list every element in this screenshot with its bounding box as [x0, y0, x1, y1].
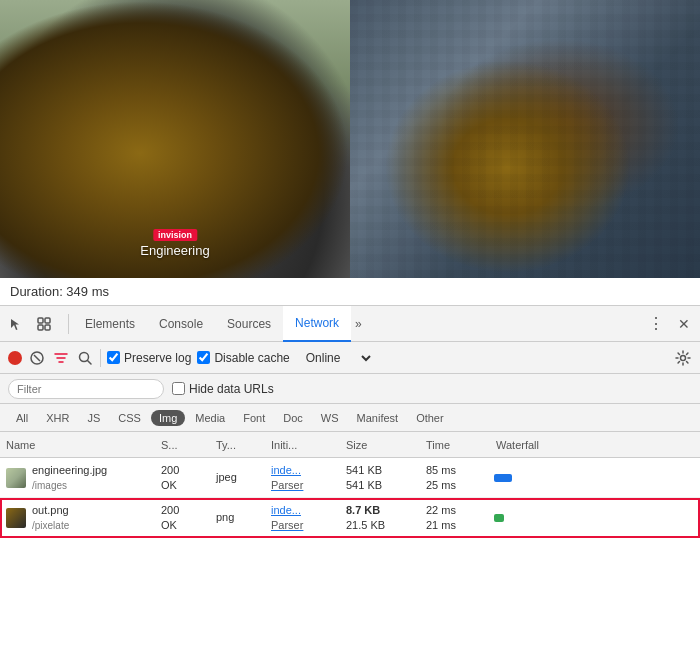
td-size-0: 541 KB 541 KB [340, 463, 420, 494]
type-btn-xhr[interactable]: XHR [38, 410, 77, 426]
tab-network[interactable]: Network [283, 306, 351, 342]
type-btn-img[interactable]: Img [151, 410, 185, 426]
svg-line-7 [88, 360, 92, 364]
search-icon[interactable] [76, 349, 94, 367]
type-btn-doc[interactable]: Doc [275, 410, 311, 426]
filter-icon[interactable] [52, 349, 70, 367]
svg-point-8 [681, 355, 686, 360]
type-btn-css[interactable]: CSS [110, 410, 149, 426]
disable-cache-checkbox[interactable]: Disable cache [197, 351, 289, 365]
th-time[interactable]: Time [420, 439, 490, 451]
duration-bar: Duration: 349 ms [0, 278, 700, 305]
td-type-0: jpeg [210, 470, 265, 485]
image-right [350, 0, 700, 278]
th-name[interactable]: Name [0, 439, 155, 451]
toolbar-separator [100, 349, 101, 367]
type-btn-all[interactable]: All [8, 410, 36, 426]
td-type-1: png [210, 510, 265, 525]
type-btn-media[interactable]: Media [187, 410, 233, 426]
file-icon-1 [6, 508, 26, 528]
svg-rect-1 [45, 318, 50, 323]
network-throttle-select[interactable]: Online Fast 3G Slow 3G Offline [296, 348, 374, 368]
th-waterfall[interactable]: Waterfall [490, 439, 700, 451]
td-time-0: 85 ms 25 ms [420, 463, 490, 494]
td-status-0: 200 OK [155, 463, 210, 494]
file-name-1: out.png [32, 503, 69, 518]
svg-line-5 [34, 355, 40, 361]
invision-badge: invision [153, 229, 197, 241]
devtools-tab-bar: Elements Console Sources Network » ⋮ ✕ [0, 306, 700, 342]
tab-separator [68, 314, 69, 334]
waterfall-bar-green-1 [494, 514, 504, 522]
th-size[interactable]: Size [340, 439, 420, 451]
devtools-close-icon[interactable]: ✕ [672, 312, 696, 336]
type-btn-manifest[interactable]: Manifest [349, 410, 407, 426]
settings-icon[interactable] [674, 349, 692, 367]
td-size-1: 8.7 KB 21.5 KB [340, 503, 420, 534]
tab-console[interactable]: Console [147, 306, 215, 342]
file-name-0: engineering.jpg [32, 463, 107, 478]
image-area: invision Engineering [0, 0, 700, 278]
file-icon-0 [6, 468, 26, 488]
network-toolbar: Preserve log Disable cache Online Fast 3… [0, 342, 700, 374]
preserve-log-checkbox[interactable]: Preserve log [107, 351, 191, 365]
record-button[interactable] [8, 351, 22, 365]
tab-right-controls: ⋮ ✕ [644, 312, 696, 336]
table-row[interactable]: engineering.jpg /images 200 OK jpeg inde… [0, 458, 700, 498]
type-btn-other[interactable]: Other [408, 410, 452, 426]
pixelate-overlay [350, 0, 700, 278]
th-status[interactable]: S... [155, 439, 210, 451]
image-left: invision Engineering [0, 0, 350, 278]
table-row[interactable]: out.png /pixelate 200 OK png inde... Par… [0, 498, 700, 538]
td-name-1: out.png /pixelate [0, 503, 155, 532]
th-initiator[interactable]: Initi... [265, 439, 340, 451]
type-btn-font[interactable]: Font [235, 410, 273, 426]
waterfall-bar-blue-0 [494, 474, 512, 482]
devtools-tab-icons [4, 312, 56, 336]
td-time-1: 22 ms 21 ms [420, 503, 490, 534]
type-btn-js[interactable]: JS [79, 410, 108, 426]
waterfall-1 [490, 498, 700, 538]
engineering-label: Engineering [140, 243, 209, 258]
cursor-icon[interactable] [4, 312, 28, 336]
type-filter-bar: All XHR JS CSS Img Media Font Doc WS Man… [0, 404, 700, 432]
th-type[interactable]: Ty... [210, 439, 265, 451]
td-name-0: engineering.jpg /images [0, 463, 155, 492]
td-init-1: inde... Parser [265, 503, 340, 534]
table-body: engineering.jpg /images 200 OK jpeg inde… [0, 458, 700, 538]
inspect-icon[interactable] [32, 312, 56, 336]
tab-more[interactable]: » [355, 317, 362, 331]
devtools-panel: Elements Console Sources Network » ⋮ ✕ [0, 305, 700, 538]
waterfall-0 [490, 458, 700, 498]
svg-rect-0 [38, 318, 43, 323]
image-overlay: invision Engineering [140, 227, 209, 258]
table-header: Name S... Ty... Initi... Size Time Water… [0, 432, 700, 458]
svg-rect-3 [45, 325, 50, 330]
tab-elements[interactable]: Elements [73, 306, 147, 342]
svg-rect-2 [38, 325, 43, 330]
filter-input[interactable] [8, 379, 164, 399]
clear-icon[interactable] [28, 349, 46, 367]
devtools-menu-icon[interactable]: ⋮ [644, 312, 668, 336]
filter-bar: Hide data URLs [0, 374, 700, 404]
tab-sources[interactable]: Sources [215, 306, 283, 342]
hide-data-urls-checkbox[interactable]: Hide data URLs [172, 382, 274, 396]
file-path-1: /pixelate [32, 519, 69, 533]
td-init-0: inde... Parser [265, 463, 340, 494]
type-btn-ws[interactable]: WS [313, 410, 347, 426]
td-status-1: 200 OK [155, 503, 210, 534]
duration-text: Duration: 349 ms [10, 284, 109, 299]
file-path-0: /images [32, 479, 107, 493]
